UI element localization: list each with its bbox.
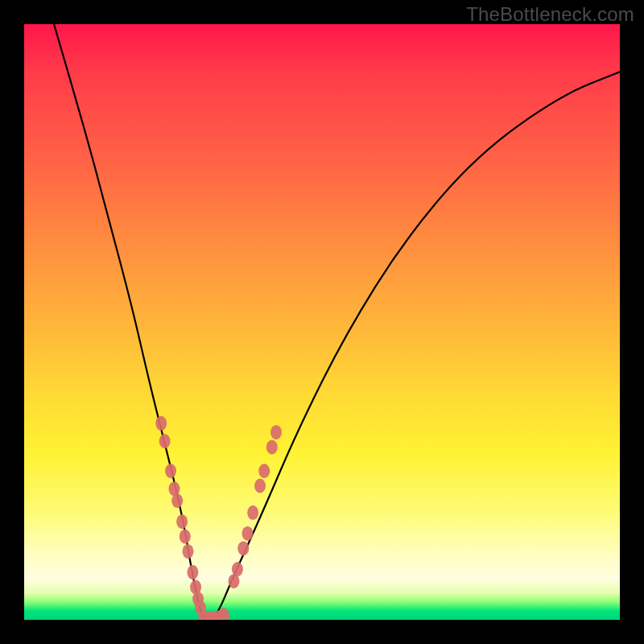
- curve-dot: [254, 479, 266, 493]
- bottleneck-curve: [54, 24, 620, 620]
- curve-markers: [155, 416, 282, 620]
- curve-dot: [155, 416, 167, 431]
- curve-svg: [24, 24, 620, 620]
- curve-dot: [258, 464, 270, 478]
- curve-dot: [168, 481, 180, 496]
- curve-dot: [195, 601, 206, 615]
- curve-dot: [159, 434, 171, 448]
- curve-dot: [228, 574, 239, 588]
- curve-dot: [190, 580, 201, 594]
- curve-dot: [176, 514, 188, 529]
- curve-dot: [187, 565, 198, 580]
- curve-dot: [232, 562, 243, 576]
- curve-dot: [203, 611, 214, 620]
- curve-dot: [208, 611, 219, 620]
- curve-dot: [270, 425, 282, 440]
- curve-dot: [213, 610, 225, 620]
- curve-dot: [218, 608, 229, 620]
- curve-dot: [198, 611, 209, 620]
- curve-dot: [266, 440, 278, 454]
- curve-dot: [165, 464, 176, 478]
- curve-dot: [192, 592, 204, 606]
- plot-area: [24, 24, 620, 620]
- curve-dot: [237, 541, 249, 555]
- curve-dot: [242, 526, 254, 541]
- chart-frame: TheBottleneck.com: [0, 0, 644, 644]
- watermark-label: TheBottleneck.com: [466, 3, 634, 26]
- curve-dot: [171, 493, 183, 508]
- curve-dot: [180, 529, 191, 543]
- curve-dot: [183, 544, 194, 559]
- curve-dot: [247, 506, 258, 520]
